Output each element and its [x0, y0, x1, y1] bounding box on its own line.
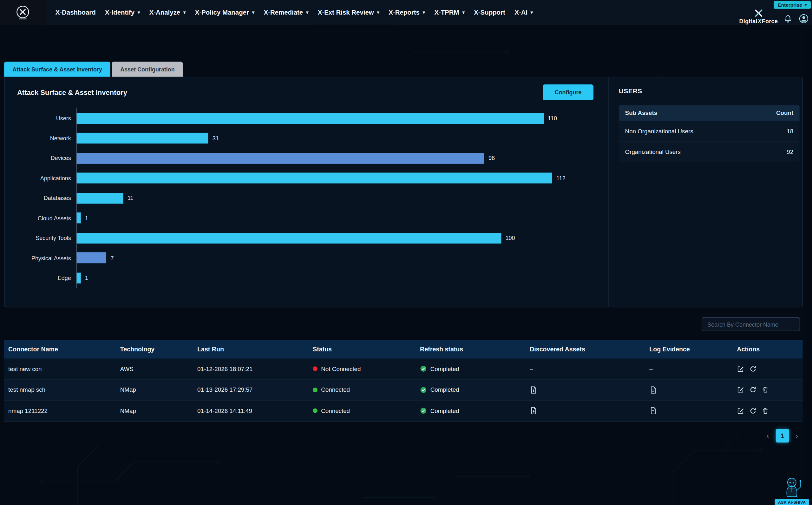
prev-page-button[interactable]: ‹	[764, 431, 771, 441]
refresh-icon	[749, 407, 757, 414]
connector-row: test nmap schNMap01-13-2026 17:29:57Conn…	[4, 380, 803, 400]
chart-bar[interactable]	[77, 213, 81, 223]
nav-item-label: X-Policy Manager	[195, 9, 249, 16]
log-evidence-pdf-button[interactable]	[649, 386, 657, 393]
chart-track: 1	[76, 208, 600, 228]
chart-category-label: Security Tools	[13, 235, 76, 241]
empty-value: –	[649, 366, 652, 372]
nav-item-x-ai[interactable]: X-AI▾	[510, 0, 538, 25]
user-avatar-icon	[799, 13, 809, 24]
discovered-assets-file-button[interactable]	[530, 386, 537, 393]
nav-item-label: X-Analyze	[150, 9, 181, 16]
chart-category-label: Network	[13, 135, 76, 142]
chart-track: 7	[76, 248, 600, 268]
page-1-button[interactable]: 1	[776, 429, 789, 443]
connector-search-input[interactable]	[702, 317, 800, 331]
chart-bar[interactable]	[77, 113, 544, 124]
nav-item-x-reports[interactable]: X-Reports▾	[384, 0, 430, 25]
status-cell: Connected	[309, 387, 416, 393]
chevron-down-icon: ▾	[462, 10, 464, 15]
users-title: USERS	[619, 88, 800, 95]
sub-asset-count: 18	[787, 128, 793, 134]
next-page-button[interactable]: ›	[794, 431, 800, 441]
delete-button[interactable]	[762, 407, 769, 414]
actions-cell	[733, 407, 802, 414]
nav-item-x-support[interactable]: X-Support	[470, 0, 510, 25]
tab-attack-surface-asset-inventory[interactable]: Attack Surface & Asset Inventory	[4, 61, 110, 76]
refresh-button[interactable]	[749, 365, 757, 373]
chart-bar[interactable]	[77, 133, 208, 144]
chevron-down-icon: ▾	[531, 10, 533, 15]
status-label: Not Connected	[321, 366, 361, 372]
chart-row-cloud-assets: Cloud Assets1	[13, 208, 600, 228]
chart-bar[interactable]	[77, 153, 484, 163]
chart-bar[interactable]	[77, 252, 106, 264]
ask-ai-label: ASK AI-SHIVA	[775, 499, 809, 505]
chart-section: Attack Surface & Asset Inventory Configu…	[5, 77, 608, 307]
chart-track: 31	[76, 128, 600, 148]
refresh-status-cell: Completed	[416, 407, 526, 414]
main-nav: X-DashboardX-Identify▾X-Analyze▾X-Policy…	[51, 0, 538, 25]
nav-item-label: X-TPRM	[434, 9, 459, 16]
panel-title: Attack Surface & Asset Inventory	[13, 88, 127, 96]
chart-bar[interactable]	[77, 193, 123, 203]
status-label: Connected	[321, 407, 350, 414]
top-navbar: X-DashboardX-Identify▾X-Analyze▾X-Policy…	[0, 0, 812, 25]
pdf-file-icon	[649, 407, 657, 414]
chart-track: 11	[76, 188, 600, 208]
refresh-icon	[749, 386, 757, 393]
log-evidence-pdf-button[interactable]	[649, 407, 657, 414]
app-root: X-DashboardX-Identify▾X-Analyze▾X-Policy…	[0, 0, 812, 505]
nav-item-label: X-Identify	[105, 9, 134, 16]
technology-cell: NMap	[116, 387, 193, 393]
nav-item-x-dashboard[interactable]: X-Dashboard	[51, 0, 100, 25]
nav-item-label: X-AI	[515, 9, 527, 16]
refresh-status-label: Completed	[431, 387, 459, 393]
connector-row: nmap 1211222NMap01-14-2026 14:11:49Conne…	[4, 400, 803, 422]
connector-name-cell: test nmap sch	[4, 387, 116, 393]
users-table-header: Sub Assets Count	[619, 105, 800, 121]
tab-asset-configuration[interactable]: Asset Configuration	[112, 61, 183, 76]
col-header-last-run: Last Run	[193, 346, 309, 353]
chart-bar[interactable]	[77, 272, 81, 283]
configure-button[interactable]: Configure	[543, 85, 593, 100]
col-header-refresh-status: Refresh status	[416, 346, 526, 353]
refresh-button[interactable]	[749, 407, 757, 414]
users-col-sub-assets: Sub Assets	[625, 110, 657, 116]
nav-item-label: X-Dashboard	[55, 9, 96, 16]
connector-row: test new conAWS01-12-2026 18:07:21Not Co…	[4, 359, 803, 380]
nav-item-x-policy-manager[interactable]: X-Policy Manager▾	[190, 0, 259, 25]
chart-bar[interactable]	[77, 173, 552, 183]
user-menu-button[interactable]	[799, 13, 809, 24]
edit-button[interactable]	[737, 386, 744, 393]
nav-item-x-analyze[interactable]: X-Analyze▾	[145, 0, 190, 25]
chart-value-label: 31	[213, 135, 219, 142]
nav-item-x-tprm[interactable]: X-TPRM▾	[430, 0, 470, 25]
chart-value-label: 100	[505, 235, 515, 241]
chart-value-label: 96	[489, 155, 495, 162]
nav-item-x-ext-risk-review[interactable]: X-Ext Risk Review▾	[313, 0, 384, 25]
refresh-status-cell: Completed	[416, 365, 526, 372]
edit-button[interactable]	[737, 407, 744, 414]
users-row-non-organizational-users: Non Organizational Users18	[619, 121, 800, 141]
panel-header: Attack Surface & Asset Inventory Configu…	[13, 85, 600, 100]
chart-bar[interactable]	[77, 233, 502, 243]
refresh-button[interactable]	[749, 386, 757, 393]
delete-button[interactable]	[762, 386, 769, 393]
edit-button[interactable]	[737, 365, 744, 373]
sub-asset-count: 92	[787, 149, 793, 155]
log-evidence-cell: –	[645, 366, 733, 372]
search-row	[702, 317, 800, 331]
notifications-button[interactable]	[783, 13, 794, 24]
brand-x: X	[758, 18, 762, 24]
actions-cell	[733, 386, 802, 393]
nav-item-x-identify[interactable]: X-Identify▾	[100, 0, 145, 25]
discovered-assets-file-button[interactable]	[530, 407, 537, 414]
technology-cell: AWS	[116, 366, 193, 372]
inventory-panel: Attack Surface & Asset Inventory Configu…	[4, 77, 803, 308]
discovered-assets-cell	[526, 407, 645, 414]
nav-item-x-remediate[interactable]: X-Remediate▾	[259, 0, 313, 25]
company-logo[interactable]	[0, 0, 46, 25]
ask-ai-shiva-widget[interactable]: ASK AI-SHIVA	[775, 476, 809, 505]
edit-icon	[737, 386, 744, 393]
